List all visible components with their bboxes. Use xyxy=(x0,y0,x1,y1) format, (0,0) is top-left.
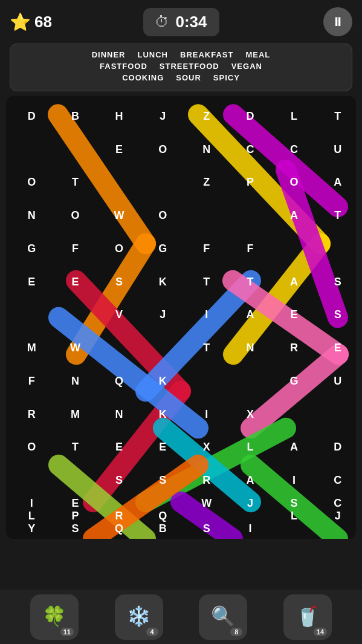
power-btn-1[interactable]: 🍀 11 xyxy=(30,594,79,640)
cell-11-3[interactable]: S xyxy=(53,522,97,535)
cell-4-4[interactable]: T xyxy=(185,265,228,299)
cell-7-7[interactable]: X xyxy=(228,398,272,431)
cell-2-1[interactable]: P xyxy=(228,166,272,200)
cell-1-7[interactable]: T xyxy=(53,166,97,200)
cell-0-3[interactable]: J xyxy=(141,100,184,133)
cell-9-2[interactable]: R xyxy=(185,464,228,497)
cell-3-0[interactable]: A xyxy=(272,199,315,232)
cell-11-1[interactable]: J xyxy=(316,510,360,522)
cell-10-3[interactable]: C xyxy=(316,497,360,510)
cell-6-0[interactable]: T xyxy=(185,331,228,365)
cell-8-4[interactable]: X xyxy=(185,431,228,464)
cell-11-0[interactable]: L xyxy=(272,510,315,522)
cell-0-1[interactable]: B xyxy=(53,100,97,133)
cell-1-1[interactable]: O xyxy=(141,133,184,166)
cell-4-5[interactable]: T xyxy=(228,265,272,299)
cell-6-5[interactable]: N xyxy=(53,365,97,398)
cell-4-3[interactable]: K xyxy=(141,265,184,299)
cell-9-3[interactable]: A xyxy=(228,464,272,497)
cell-10-0[interactable]: W xyxy=(185,497,228,510)
cell-1-5[interactable]: U xyxy=(316,133,360,166)
cell-1-3[interactable]: C xyxy=(228,133,272,166)
cell-10-4[interactable]: L xyxy=(10,510,53,522)
cell-2-0[interactable]: Z xyxy=(185,166,228,200)
cell-10-6[interactable]: R xyxy=(97,510,141,522)
cell-5-0[interactable]: V xyxy=(97,299,141,332)
cell-7-0[interactable]: G xyxy=(272,365,315,398)
cell-4-7[interactable]: S xyxy=(316,265,360,299)
cell-7-4[interactable]: N xyxy=(97,398,141,431)
power-btn-4[interactable]: 🥤 14 xyxy=(283,594,332,640)
cell-10-7[interactable]: Q xyxy=(141,510,184,522)
cell-3-6[interactable]: F xyxy=(185,232,228,265)
grid-container[interactable]: D B H J Z D L T E O N C C U O T Z P O A … xyxy=(6,96,356,539)
cell-6-7[interactable]: K xyxy=(141,365,184,398)
cell-1-2[interactable]: N xyxy=(185,133,228,166)
cell-0-0[interactable]: D xyxy=(10,100,53,133)
cell-4-0[interactable]: E xyxy=(10,265,53,299)
cell-0-2[interactable]: H xyxy=(97,100,141,133)
cell-9-7[interactable]: E xyxy=(53,497,97,510)
cell-8-2[interactable]: E xyxy=(97,431,141,464)
cell-2-3[interactable]: A xyxy=(316,166,360,200)
cell-3-4[interactable]: O xyxy=(97,232,141,265)
cell-0-5[interactable]: D xyxy=(228,100,272,133)
cell-2-2[interactable]: O xyxy=(272,166,315,200)
cell-5-2[interactable]: I xyxy=(185,299,228,332)
cell-7-5[interactable]: K xyxy=(141,398,184,431)
cell-2-6[interactable]: W xyxy=(97,199,141,232)
cell-3-1[interactable]: T xyxy=(316,199,360,232)
cell-5-1[interactable]: J xyxy=(141,299,184,332)
cell-9-4[interactable]: I xyxy=(272,464,315,497)
cell-8-3[interactable]: E xyxy=(141,431,184,464)
cell-4-1[interactable]: E xyxy=(53,265,97,299)
cell-6-2[interactable]: R xyxy=(272,331,315,365)
cell-6-6[interactable]: Q xyxy=(97,365,141,398)
cell-6-1[interactable]: N xyxy=(228,331,272,365)
cell-8-1[interactable]: T xyxy=(53,431,97,464)
cell-9-1[interactable]: S xyxy=(141,464,184,497)
cell-4-6[interactable]: A xyxy=(272,265,315,299)
cell-3-2[interactable]: G xyxy=(10,232,53,265)
cell-1-6[interactable]: O xyxy=(10,166,53,200)
power-btn-2[interactable]: ❄️ 4 xyxy=(115,594,163,640)
cell-5-5[interactable]: S xyxy=(316,299,360,332)
cell-9-5[interactable]: C xyxy=(316,464,360,497)
cell-8-5[interactable]: L xyxy=(228,431,272,464)
cell-11-5[interactable]: B xyxy=(141,522,184,535)
cell-7-1[interactable]: U xyxy=(316,365,360,398)
cell-2-7[interactable]: O xyxy=(141,199,184,232)
cell-5-6[interactable]: M xyxy=(10,331,53,365)
cell-7-2[interactable]: R xyxy=(10,398,53,431)
pause-button[interactable]: ⏸ xyxy=(323,7,352,36)
cell-8-0[interactable]: O xyxy=(10,431,53,464)
cell-10-5[interactable]: P xyxy=(53,510,97,522)
cell-2-4[interactable]: N xyxy=(10,199,53,232)
cell-0-6[interactable]: L xyxy=(272,100,315,133)
cell-5-3[interactable]: A xyxy=(228,299,272,332)
cell-9-0[interactable]: S xyxy=(97,464,141,497)
cell-0-7[interactable]: T xyxy=(316,100,360,133)
cell-11-2[interactable]: Y xyxy=(10,522,53,535)
cell-10-1[interactable]: J xyxy=(228,497,272,510)
cell-3-5[interactable]: G xyxy=(141,232,184,265)
letter-grid[interactable]: D B H J Z D L T E O N C C U O T Z P O A … xyxy=(10,100,360,535)
cell-4-2[interactable]: S xyxy=(97,265,141,299)
cell-8-7[interactable]: D xyxy=(316,431,360,464)
cell-5-7[interactable]: W xyxy=(53,331,97,365)
cell-11-6[interactable]: S xyxy=(185,522,228,535)
cell-2-5[interactable]: O xyxy=(53,199,97,232)
cell-8-6[interactable]: A xyxy=(272,431,315,464)
cell-7-3[interactable]: M xyxy=(53,398,97,431)
cell-7-6[interactable]: I xyxy=(185,398,228,431)
cell-11-4[interactable]: Q xyxy=(97,522,141,535)
cell-5-4[interactable]: E xyxy=(272,299,315,332)
cell-3-3[interactable]: F xyxy=(53,232,97,265)
cell-11-7[interactable]: I xyxy=(228,522,272,535)
cell-0-4[interactable]: Z xyxy=(185,100,228,133)
cell-3-7[interactable]: F xyxy=(228,232,272,265)
cell-10-2[interactable]: S xyxy=(272,497,315,510)
cell-9-6[interactable]: I xyxy=(10,497,53,510)
cell-6-4[interactable]: F xyxy=(10,365,53,398)
power-btn-3[interactable]: 🔍 8 xyxy=(199,594,247,640)
